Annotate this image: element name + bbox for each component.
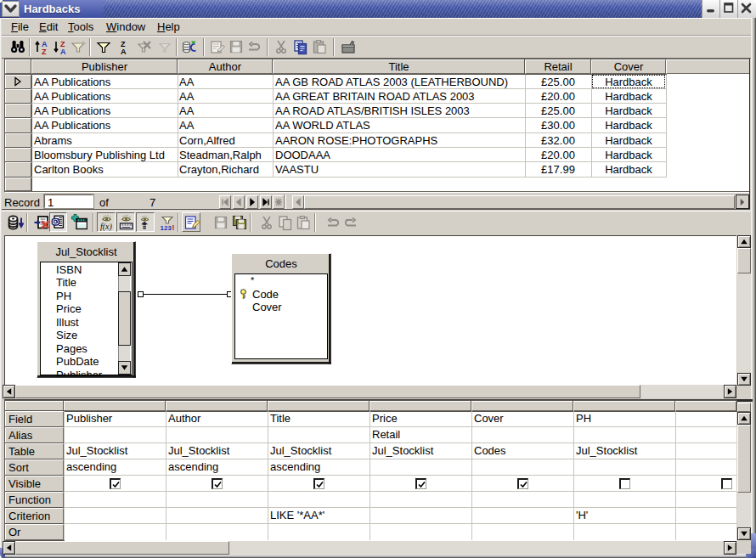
svg-text:!: !: [172, 223, 175, 232]
svg-text:f(x): f(x): [100, 222, 113, 232]
svg-text:A: A: [121, 48, 127, 56]
svg-text:A: A: [60, 48, 66, 56]
svg-text:Z: Z: [42, 48, 47, 56]
svg-text:123: 123: [161, 224, 172, 232]
